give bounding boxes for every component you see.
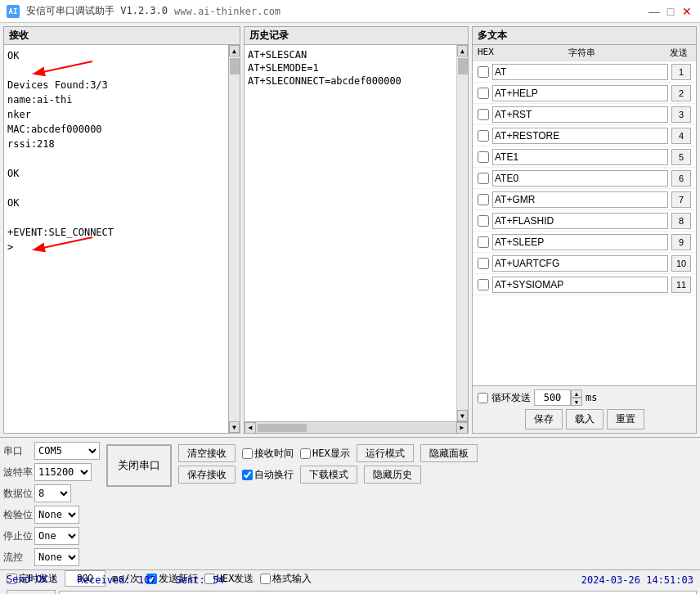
app-url: www.ai-thinker.com [174, 6, 280, 17]
minimize-button[interactable]: — [648, 5, 661, 18]
loop-value-input[interactable] [534, 389, 571, 406]
mt-send-btn-4[interactable]: 5 [671, 149, 691, 165]
check-select[interactable]: None [34, 506, 79, 524]
mt-hex-1[interactable] [478, 88, 489, 99]
history-content[interactable]: AT+SLESCAN AT+SLEMODE=1 AT+SLECONNECT=ab… [245, 45, 456, 421]
mt-input-4[interactable] [492, 149, 668, 165]
hide-panel-btn[interactable]: 隐藏面板 [420, 444, 478, 462]
mt-hex-10[interactable] [478, 279, 489, 290]
mt-hex-4[interactable] [478, 151, 489, 163]
port-select[interactable]: COM5 [34, 442, 100, 460]
download-mode-btn[interactable]: 下载模式 [300, 466, 357, 484]
col-hex-label: HEX [478, 47, 497, 59]
history-hscroll-btn-left[interactable]: ◀ [245, 422, 256, 434]
mt-send-btn-10[interactable]: 11 [671, 277, 691, 293]
mt-input-5[interactable] [492, 170, 668, 187]
spinbox-down[interactable]: ▼ [571, 398, 582, 406]
format-input-checkbox[interactable] [260, 574, 271, 584]
close-button[interactable]: ✕ [680, 5, 693, 18]
mt-input-0[interactable] [492, 64, 668, 80]
run-mode-btn[interactable]: 运行模式 [357, 444, 414, 462]
flow-select[interactable]: None [34, 548, 79, 566]
recv-time-label-wrap: 接收时间 [242, 447, 294, 461]
mt-send-btn-0[interactable]: 1 [671, 64, 691, 80]
loop-send-checkbox[interactable] [478, 393, 488, 403]
mt-send-btn-6[interactable]: 7 [671, 191, 691, 208]
mt-row-10: 11 [473, 274, 696, 295]
mt-input-9[interactable] [492, 255, 668, 272]
mt-hex-0[interactable] [478, 66, 489, 78]
mt-hex-2[interactable] [478, 109, 489, 120]
ms-label: ms [586, 392, 597, 403]
mt-hex-3[interactable] [478, 130, 489, 142]
load-btn[interactable]: 载入 [566, 409, 604, 430]
loop-send-label: 循环发送 [491, 391, 531, 405]
history-item-0[interactable]: AT+SLESCAN [248, 48, 453, 61]
spinbox-up[interactable]: ▲ [571, 389, 582, 398]
baud-select[interactable]: 115200 [34, 463, 92, 481]
history-hscroll-thumb[interactable] [258, 424, 307, 432]
window-controls: — □ ✕ [648, 5, 693, 18]
history-item-2[interactable]: AT+SLECONNECT=abcdef000000 [248, 74, 453, 88]
history-scroll-thumb[interactable] [458, 58, 468, 74]
mt-hex-7[interactable] [478, 215, 489, 227]
scroll-up-btn[interactable]: ▲ [229, 45, 240, 56]
auto-newline-checkbox[interactable] [242, 470, 253, 480]
data-select[interactable]: 8 [34, 484, 71, 502]
close-serial-btn[interactable]: 关闭串口 [106, 444, 172, 487]
history-hscroll-btn-right[interactable]: ▶ [456, 422, 468, 434]
mt-row-2: 3 [473, 104, 696, 125]
mt-send-btn-7[interactable]: 8 [671, 213, 691, 229]
history-hscroll[interactable]: ◀ ▶ [245, 421, 468, 433]
send-row: 发送 [3, 590, 697, 594]
mt-input-2[interactable] [492, 106, 668, 123]
mode-row1: 接收时间 HEX显示 运行模式 隐藏面板 [242, 444, 478, 462]
receive-scrollbar[interactable]: ▲ ▼ [228, 45, 240, 433]
mt-hex-8[interactable] [478, 236, 489, 248]
reset-btn[interactable]: 重置 [607, 409, 644, 430]
history-panel-body: AT+SLESCAN AT+SLEMODE=1 AT+SLECONNECT=ab… [245, 45, 468, 421]
mt-hex-5[interactable] [478, 173, 489, 184]
history-item-1[interactable]: AT+SLEMODE=1 [248, 61, 453, 74]
mt-input-8[interactable] [492, 234, 668, 250]
history-scroll-down[interactable]: ▼ [457, 410, 468, 421]
mt-input-10[interactable] [492, 277, 668, 293]
mt-hex-6[interactable] [478, 194, 489, 205]
mt-send-btn-5[interactable]: 6 [671, 170, 691, 187]
mode-row2: 自动换行 下载模式 隐藏历史 [242, 466, 478, 484]
multitext-footer: 循环发送 ▲ ▼ ms 保存 载入 重置 [473, 385, 696, 433]
data-row: 数据位 8 [3, 484, 100, 503]
send-input[interactable] [59, 591, 697, 594]
mt-input-1[interactable] [492, 85, 668, 101]
hex-show-checkbox[interactable] [300, 448, 311, 459]
history-scrollbar[interactable]: ▲ ▼ [456, 45, 468, 421]
maximize-button[interactable]: □ [664, 5, 677, 18]
mt-send-btn-1[interactable]: 2 [671, 85, 691, 101]
multitext-header: 多文本 [473, 27, 696, 45]
scroll-thumb[interactable] [230, 58, 240, 74]
stop-select[interactable]: One [34, 527, 79, 545]
mt-hex-9[interactable] [478, 258, 489, 269]
mt-send-btn-3[interactable]: 4 [671, 128, 691, 144]
clear-recv-btn[interactable]: 清空接收 [178, 444, 236, 462]
send-button[interactable]: 发送 [7, 590, 56, 594]
spinbox-controls: ▲ ▼ [571, 389, 582, 406]
hide-history-btn[interactable]: 隐藏历史 [364, 466, 421, 484]
serial-settings: 串口 COM5 波特率 115200 数据位 8 检验位 No [3, 441, 100, 567]
save-btn[interactable]: 保存 [525, 409, 563, 430]
loop-spinbox: ▲ ▼ [534, 389, 582, 406]
mt-send-btn-9[interactable]: 10 [671, 255, 691, 272]
receive-content[interactable]: OK Devices Found:3/3 name:ai-thi nker MA… [4, 45, 228, 433]
recv-btn-area: 清空接收 保存接收 [178, 441, 236, 484]
mt-input-6[interactable] [492, 191, 668, 208]
recv-time-label: 接收时间 [254, 447, 294, 461]
multitext-panel: 多文本 HEX 字符串 发送 1 2 3 [472, 26, 697, 434]
history-scroll-up[interactable]: ▲ [457, 45, 468, 56]
save-recv-btn[interactable]: 保存接收 [178, 466, 236, 484]
mt-input-3[interactable] [492, 128, 668, 144]
scroll-down-btn[interactable]: ▼ [229, 421, 240, 433]
recv-time-checkbox[interactable] [242, 448, 253, 459]
mt-send-btn-2[interactable]: 3 [671, 106, 691, 123]
mt-send-btn-8[interactable]: 9 [671, 234, 691, 250]
mt-input-7[interactable] [492, 213, 668, 229]
